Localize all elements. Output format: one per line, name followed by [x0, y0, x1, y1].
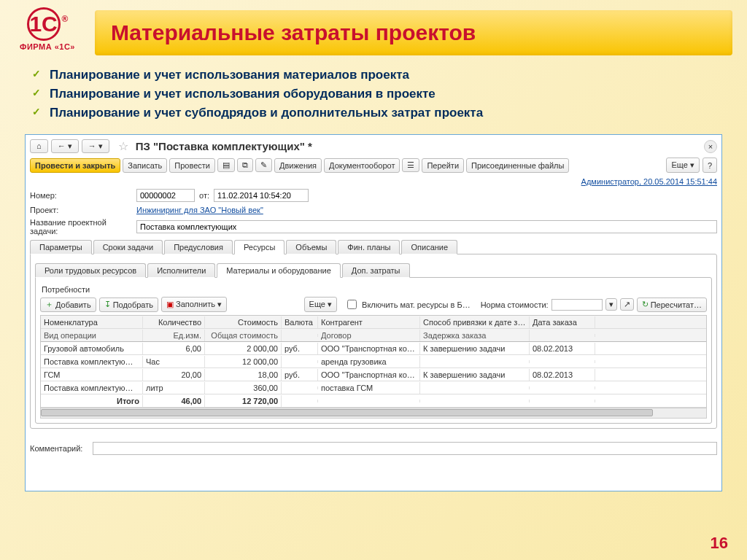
- taskname-label: Название проектной задачи:: [30, 218, 132, 236]
- close-button[interactable]: ×: [704, 140, 717, 153]
- more2-button[interactable]: Еще ▾: [304, 297, 337, 312]
- back-icon: ←: [58, 142, 66, 150]
- subtab-roles[interactable]: Роли трудовых ресурсов: [35, 263, 146, 278]
- subtab-extra[interactable]: Доп. затраты: [342, 263, 410, 278]
- structure-icon-button[interactable]: ⧉: [237, 158, 253, 172]
- bullet-item: Планирование и учет использования матери…: [32, 66, 722, 85]
- slide-title: Материальные затраты проектов: [111, 20, 476, 45]
- more-button[interactable]: Еще ▾: [666, 158, 699, 173]
- col-currency: Валюта: [282, 316, 318, 328]
- tab-finplans[interactable]: Фин. планы: [338, 240, 400, 254]
- plus-icon: ＋: [45, 300, 53, 308]
- tab-volumes[interactable]: Объемы: [286, 240, 336, 254]
- materials-grid[interactable]: Номенклатура Количество Стоимость Валюта…: [40, 315, 707, 408]
- recalc-icon: ↻: [642, 300, 649, 308]
- section-label: Потребности: [42, 285, 707, 294]
- app-screenshot: ⌂ ←▾ →▾ ☆ ПЗ "Поставка комплектующих" * …: [25, 134, 722, 491]
- tab-preconditions[interactable]: Предусловия: [164, 240, 233, 254]
- home-button[interactable]: ⌂: [30, 139, 48, 153]
- number-label: Номер:: [30, 191, 132, 200]
- home-icon: ⌂: [36, 142, 42, 150]
- list-icon: ☰: [407, 161, 414, 169]
- arrow-icon: ↧: [104, 300, 111, 308]
- main-tabs: Параметры Сроки задачи Предусловия Ресур…: [30, 240, 717, 254]
- col-counterparty: Контрагент: [318, 316, 420, 328]
- bullet-item: Планирование и учет субподрядов и дополн…: [32, 104, 722, 122]
- forward-button[interactable]: →▾: [82, 139, 109, 153]
- sub-tabs: Роли трудовых ресурсов Исполнители Матер…: [35, 263, 712, 278]
- include-label: Включить мат. ресурсы в Б…: [362, 300, 471, 309]
- norm-dropdown[interactable]: ▾: [605, 298, 617, 311]
- report-icon: ▤: [222, 161, 230, 169]
- back-button[interactable]: ←▾: [51, 139, 79, 153]
- norm-open[interactable]: ↗: [620, 298, 634, 311]
- scrollbar-thumb[interactable]: [41, 409, 653, 416]
- list-icon-button[interactable]: ☰: [402, 158, 419, 172]
- page-number: 16: [711, 534, 728, 553]
- recalc-button[interactable]: ↻Пересчитат…: [637, 298, 707, 312]
- table-row[interactable]: Поставка комплектующи… литр 360,00 поста…: [41, 381, 706, 394]
- tab-resources[interactable]: Ресурсы: [234, 240, 285, 254]
- col-delay: Задержка заказа: [420, 330, 530, 341]
- report-icon-button[interactable]: ▤: [217, 158, 235, 172]
- pick-button[interactable]: ↧Подобрать: [99, 298, 158, 312]
- horizontal-scrollbar[interactable]: [40, 408, 707, 419]
- docflow-button[interactable]: Документооборот: [324, 158, 400, 173]
- comment-label: Комментарий:: [30, 444, 88, 453]
- document-title: ПЗ "Поставка комплектующих" *: [136, 140, 312, 152]
- bullet-item: Планирование и учет использования оборуд…: [32, 85, 722, 104]
- tab-deadlines[interactable]: Сроки задачи: [93, 240, 163, 254]
- title-bar: Материальные затраты проектов: [95, 10, 732, 55]
- chevron-down-icon: ▾: [68, 142, 72, 150]
- tab-parameters[interactable]: Параметры: [30, 240, 92, 254]
- subtab-performers[interactable]: Исполнители: [147, 263, 215, 278]
- norm-input[interactable]: [551, 299, 603, 311]
- norm-label: Норма стоимости:: [481, 300, 549, 309]
- favorite-star-icon[interactable]: ☆: [118, 139, 128, 153]
- date-input[interactable]: [214, 189, 309, 202]
- fill-icon: ▣: [166, 300, 174, 308]
- col-nomenclature: Номенклатура: [41, 316, 143, 328]
- date-label: от:: [199, 191, 209, 200]
- chevron-down-icon: ▾: [98, 142, 103, 150]
- fill-button[interactable]: ▣Заполнить ▾: [161, 297, 227, 312]
- add-button[interactable]: ＋Добавить: [40, 298, 96, 312]
- project-link[interactable]: Инжиниринг для ЗАО "Новый век": [136, 206, 263, 214]
- table-row[interactable]: Поставка комплектующи… Час 12 000,00 аре…: [41, 355, 706, 368]
- movements-button[interactable]: Движения: [274, 158, 322, 173]
- forward-icon: →: [88, 142, 96, 150]
- taskname-input[interactable]: [136, 220, 717, 233]
- col-orderdate: Дата заказа: [530, 316, 595, 328]
- subtab-materials[interactable]: Материалы и оборудование: [217, 263, 341, 278]
- edit-icon-button[interactable]: ✎: [255, 158, 272, 172]
- col-operation: Вид операции: [41, 330, 143, 341]
- col-cost: Стоимость: [205, 316, 282, 328]
- logo-sub: ФИРМА «1С»: [7, 42, 88, 51]
- col-binding: Способ привязки к дате заказа: [420, 316, 530, 328]
- col-qty: Количество: [143, 316, 205, 328]
- tab-description[interactable]: Описание: [401, 240, 457, 254]
- number-input[interactable]: [136, 189, 195, 202]
- include-checkbox[interactable]: [347, 300, 357, 309]
- save-button[interactable]: Записать: [123, 158, 167, 173]
- audit-link[interactable]: Администратор, 20.05.2014 15:51:44: [581, 177, 717, 186]
- logo-main: 1С®: [7, 7, 88, 41]
- table-total-row: Итого 46,00 12 720,00: [41, 394, 706, 408]
- table-row[interactable]: ГСМ 20,00 18,00 руб. ООО "Транспортная к…: [41, 368, 706, 381]
- col-contract: Договор: [318, 330, 420, 341]
- attachments-button[interactable]: Присоединенные файлы: [466, 158, 569, 173]
- logo-circle: 1С: [27, 7, 61, 41]
- chevron-down-icon: ▾: [609, 300, 614, 308]
- goto-button[interactable]: Перейти: [422, 158, 464, 173]
- col-totalcost: Общая стоимость: [205, 330, 282, 341]
- table-row[interactable]: Грузовой автомобиль 6,00 2 000,00 руб. О…: [41, 342, 706, 355]
- post-and-close-button[interactable]: Провести и закрыть: [30, 158, 120, 173]
- comment-input[interactable]: [93, 442, 717, 455]
- structure-icon: ⧉: [242, 161, 248, 169]
- post-button[interactable]: Провести: [169, 158, 215, 173]
- help-button[interactable]: ?: [703, 158, 717, 173]
- pencil-icon: ✎: [260, 161, 267, 169]
- project-label: Проект:: [30, 206, 132, 214]
- bullets: Планирование и учет использования матери…: [25, 66, 722, 122]
- open-icon: ↗: [624, 300, 630, 308]
